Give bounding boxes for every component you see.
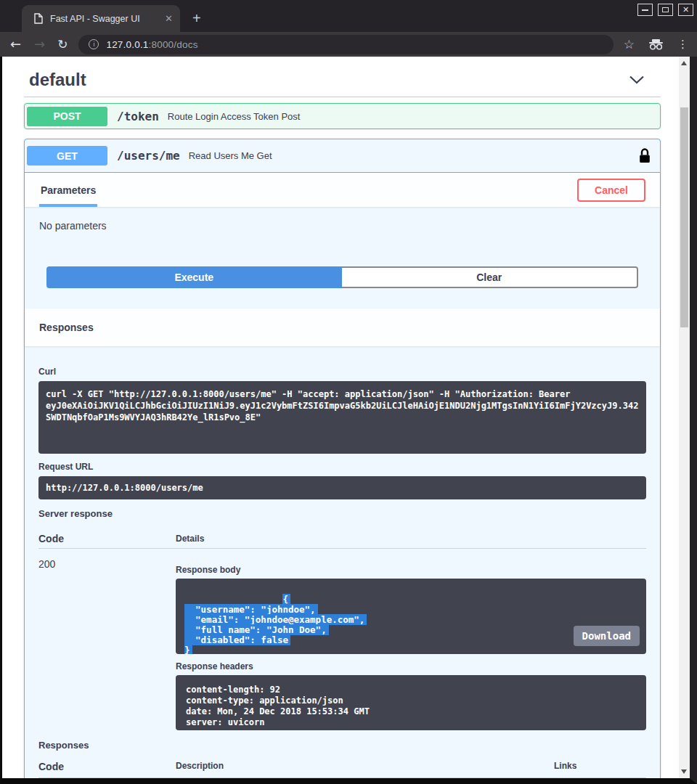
request-url-value: http://127.0.0.1:8000/users/me bbox=[38, 476, 646, 499]
opblock-get-users-me: GET /users/me Read Users Me Get Paramete… bbox=[24, 139, 661, 778]
site-info-icon[interactable]: i bbox=[89, 39, 99, 49]
no-parameters-text: No parameters bbox=[39, 220, 645, 232]
url-path: :8000/docs bbox=[149, 39, 198, 50]
address-bar[interactable]: i 127.0.0.1:8000/docs bbox=[78, 35, 613, 54]
code-column-header-2: Code bbox=[38, 761, 176, 772]
server-response-label: Server response bbox=[38, 508, 646, 519]
server-response-table: Code Details 200 Response body { "userna… bbox=[38, 529, 646, 730]
responses-section-header: Responses bbox=[25, 309, 660, 346]
maximize-button[interactable] bbox=[658, 4, 673, 16]
new-tab-button[interactable]: + bbox=[192, 11, 201, 25]
page-viewport: default POST /token Route Login Access T… bbox=[0, 57, 697, 784]
get-path: /users/me bbox=[117, 149, 180, 163]
post-method-badge: POST bbox=[27, 107, 107, 126]
responses-title: Responses bbox=[39, 322, 94, 333]
url-host: 127.0.0.1 bbox=[106, 39, 148, 50]
opblock-post-token[interactable]: POST /token Route Login Access Token Pos… bbox=[24, 103, 661, 129]
post-summary: Route Login Access Token Post bbox=[168, 111, 301, 122]
tag-title: default bbox=[29, 70, 86, 90]
response-headers-label: Response headers bbox=[176, 661, 646, 671]
response-details-cell: Response body { "username": "johndoe", "… bbox=[176, 558, 646, 730]
links-column-header: Links bbox=[554, 761, 646, 771]
response-body-label: Response body bbox=[176, 565, 646, 575]
auth-lock-icon[interactable] bbox=[639, 148, 651, 163]
back-icon[interactable]: ← bbox=[10, 38, 21, 51]
tab-parameters: Parameters bbox=[39, 173, 97, 207]
window-controls: ✕ bbox=[637, 4, 693, 16]
responses-body: Curl curl -X GET "http://127.0.0.1:8000/… bbox=[25, 367, 660, 778]
close-icon: ✕ bbox=[682, 6, 689, 14]
code-column-header: Code bbox=[38, 533, 176, 544]
tag-section-header[interactable]: default bbox=[24, 67, 661, 93]
status-code: 200 bbox=[38, 558, 176, 730]
parameters-header: Parameters Cancel bbox=[25, 173, 660, 207]
browser-tab[interactable]: Fast API - Swagger UI ✕ bbox=[22, 5, 180, 32]
response-body-json: { "username": "johndoe", "email": "johnd… bbox=[184, 594, 367, 654]
incognito-icon bbox=[648, 39, 664, 50]
swagger-page: default POST /token Route Login Access T… bbox=[2, 57, 679, 778]
download-button[interactable]: Download bbox=[574, 626, 640, 646]
scrollbar-thumb[interactable] bbox=[680, 107, 688, 327]
bookmark-star-icon[interactable]: ☆ bbox=[624, 37, 635, 52]
forward-icon[interactable]: → bbox=[34, 38, 45, 51]
post-path: /token bbox=[117, 110, 159, 123]
execute-button[interactable]: Execute bbox=[46, 266, 342, 288]
description-column-header: Description bbox=[176, 761, 554, 771]
browser-window: Fast API - Swagger UI ✕ + ✕ ← → ↻ i 127.… bbox=[0, 0, 697, 784]
cancel-button[interactable]: Cancel bbox=[577, 179, 645, 202]
curl-command-block[interactable]: curl -X GET "http://127.0.0.1:8000/users… bbox=[38, 381, 646, 454]
tab-close-icon[interactable]: ✕ bbox=[165, 13, 173, 24]
get-method-badge: GET bbox=[27, 146, 107, 166]
menu-kebab-icon[interactable]: ⋮ bbox=[677, 39, 688, 50]
get-summary: Read Users Me Get bbox=[189, 150, 272, 161]
responses-table-head: Code Description Links bbox=[38, 761, 646, 778]
server-response-table-head: Code Details bbox=[38, 529, 646, 549]
maximize-icon bbox=[662, 7, 669, 12]
tag-divider bbox=[24, 97, 661, 97]
responses-table-label: Responses bbox=[38, 740, 646, 751]
response-headers-block: content-length: 92 content-type: applica… bbox=[176, 675, 646, 730]
scroll-down-icon[interactable] bbox=[681, 769, 687, 774]
minimize-icon bbox=[642, 9, 648, 11]
scrollbar[interactable] bbox=[679, 57, 690, 778]
server-response-row: 200 Response body { "username": "johndoe… bbox=[38, 549, 646, 730]
close-button[interactable]: ✕ bbox=[678, 4, 693, 16]
tab-title: Fast API - Swagger UI bbox=[50, 14, 165, 24]
scroll-up-icon[interactable] bbox=[681, 61, 687, 65]
minimize-button[interactable] bbox=[637, 4, 653, 16]
curl-label: Curl bbox=[38, 367, 646, 377]
execute-row: Execute Clear bbox=[46, 266, 638, 288]
chevron-down-icon[interactable] bbox=[629, 75, 645, 84]
details-column-header: Details bbox=[176, 534, 204, 544]
clear-button[interactable]: Clear bbox=[342, 266, 639, 288]
request-url-label: Request URL bbox=[38, 462, 646, 472]
title-bar: Fast API - Swagger UI ✕ + ✕ bbox=[0, 0, 697, 32]
reload-icon[interactable]: ↻ bbox=[57, 38, 68, 51]
response-body-block[interactable]: { "username": "johndoe", "email": "johnd… bbox=[176, 579, 646, 654]
url-text: 127.0.0.1:8000/docs bbox=[106, 39, 197, 50]
get-summary-row[interactable]: GET /users/me Read Users Me Get bbox=[25, 139, 660, 173]
favicon-document-icon bbox=[34, 13, 43, 24]
browser-toolbar: ← → ↻ i 127.0.0.1:8000/docs ☆ ⋮ bbox=[0, 32, 697, 57]
responses-table: Code Description Links bbox=[38, 761, 646, 778]
parameters-body: No parameters Execute Clear bbox=[25, 207, 660, 309]
